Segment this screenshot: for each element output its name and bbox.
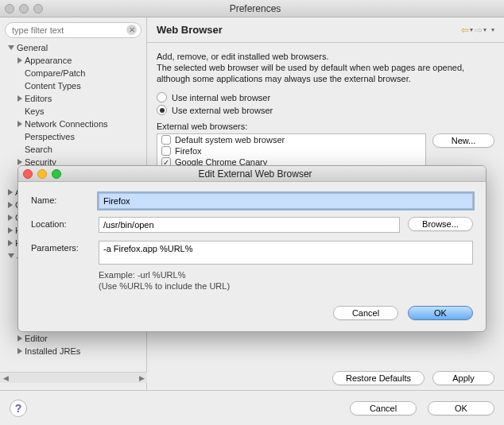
radio-label: Use internal web browser (172, 93, 270, 102)
tree-label: Compare/Patch (25, 67, 85, 79)
tree-item[interactable]: Keys (5, 105, 146, 118)
content-header: Web Browser ⇦▾ ⇨▾ ▾ (147, 17, 504, 43)
tree-item[interactable]: Appearance (5, 54, 146, 67)
forward-arrow-icon[interactable]: ⇨ (475, 25, 483, 36)
tree-item[interactable]: Search (5, 143, 146, 156)
tree-item[interactable]: Editor (5, 332, 80, 345)
view-menu-icon[interactable]: ▾ (491, 26, 494, 33)
new-browser-button[interactable]: New... (432, 133, 494, 148)
location-label: Location: (31, 217, 91, 229)
tree-label: Perspectives (25, 130, 75, 143)
disclosure-triangle-icon (8, 240, 13, 246)
cancel-button[interactable]: Cancel (350, 401, 417, 415)
name-label: Name: (31, 193, 91, 205)
help-button[interactable]: ? (10, 400, 27, 417)
disclosure-triangle-icon[interactable] (17, 121, 22, 127)
nav-history: ⇦▾ ⇨▾ ▾ (461, 25, 494, 36)
tree-label: Appearance (25, 54, 72, 67)
dialog-titlebar: Edit External Web Browser (18, 166, 486, 182)
disclosure-triangle-icon (8, 227, 13, 234)
disclosure-triangle-icon[interactable] (17, 95, 22, 102)
checkbox-icon[interactable] (161, 135, 171, 145)
disclosure-triangle-icon[interactable] (8, 45, 14, 50)
dialog-footer: Cancel OK (18, 299, 486, 331)
tree-root-general[interactable]: General (5, 41, 146, 54)
parameters-input[interactable] (99, 241, 473, 265)
radio-internal-browser[interactable]: Use internal web browser (157, 92, 494, 102)
disclosure-triangle-icon (8, 214, 13, 221)
radio-label: Use external web browser (172, 106, 273, 115)
radio-external-browser[interactable]: Use external web browser (157, 105, 494, 115)
dialog-body: Name: Location: Browse... Parameters: Ex… (18, 182, 486, 299)
tree-item[interactable]: Network Connections (5, 118, 146, 130)
disclosure-triangle-icon[interactable] (17, 57, 22, 64)
tree-label: Keys (25, 105, 44, 118)
content-body: Add, remove, or edit installed web brows… (147, 43, 504, 186)
restore-defaults-button[interactable]: Restore Defaults (332, 371, 425, 385)
scroll-right-icon[interactable]: ▶ (136, 373, 147, 383)
tree-item[interactable]: Content Types (5, 79, 146, 92)
list-label: External web browsers: (157, 122, 494, 131)
tree-label: Search (25, 143, 52, 156)
description-text: Add, remove, or edit installed web brows… (157, 51, 494, 84)
disclosure-triangle-icon (8, 189, 13, 195)
tree-label: General (17, 41, 48, 54)
tree-label: Installed JREs (25, 345, 80, 357)
dialog-title: Edit External Web Browser (29, 168, 481, 180)
dialog-cancel-button[interactable]: Cancel (333, 306, 398, 320)
apply-button[interactable]: Apply (432, 371, 494, 385)
tree-item[interactable]: Editors (5, 92, 146, 105)
checkbox-icon[interactable] (161, 146, 171, 156)
radio-icon[interactable] (157, 105, 167, 115)
tree-item[interactable]: Perspectives (5, 130, 146, 143)
disclosure-triangle-icon[interactable] (17, 159, 22, 165)
parameters-label: Parameters: (31, 241, 91, 253)
parameters-hint: Example: -url %URL% (Use %URL% to includ… (99, 269, 473, 292)
page-title: Web Browser (157, 24, 223, 36)
tree-label: Network Connections (25, 118, 108, 130)
list-item[interactable]: Firefox (157, 145, 425, 156)
back-menu-icon[interactable]: ▾ (470, 26, 473, 33)
list-item-label: Firefox (175, 146, 202, 156)
disclosure-triangle-icon (8, 202, 13, 208)
tree-label: Editors (25, 92, 52, 105)
window-title: Preferences (11, 3, 499, 14)
location-input[interactable] (99, 217, 400, 233)
tree-item[interactable]: Compare/Patch (5, 67, 146, 79)
disclosure-triangle-icon (8, 253, 14, 258)
ok-button[interactable]: OK (428, 401, 494, 415)
clear-filter-icon[interactable]: ✕ (126, 25, 137, 35)
forward-menu-icon[interactable]: ▾ (483, 26, 487, 33)
radio-icon[interactable] (157, 92, 167, 102)
filter-input[interactable] (5, 22, 142, 38)
tree-item[interactable]: Installed JREs (5, 345, 80, 357)
back-arrow-icon[interactable]: ⇦ (461, 25, 469, 36)
disclosure-triangle-icon[interactable] (17, 348, 22, 354)
name-input[interactable] (99, 193, 473, 209)
tree-label: Editor (25, 332, 48, 345)
preferences-footer: ? Cancel OK (0, 390, 504, 425)
list-item[interactable]: Default system web browser (157, 134, 425, 145)
edit-browser-dialog: Edit External Web Browser Name: Location… (17, 165, 487, 332)
disclosure-triangle-icon[interactable] (17, 335, 22, 342)
browse-button[interactable]: Browse... (408, 217, 473, 231)
list-item-label: Default system web browser (175, 135, 285, 145)
sidebar-horizontal-scrollbar[interactable]: ◀ ▶ (0, 372, 147, 383)
tree-label: Content Types (25, 79, 81, 92)
dialog-ok-button[interactable]: OK (408, 306, 473, 320)
window-titlebar: Preferences (0, 0, 504, 17)
scroll-left-icon[interactable]: ◀ (0, 373, 11, 383)
